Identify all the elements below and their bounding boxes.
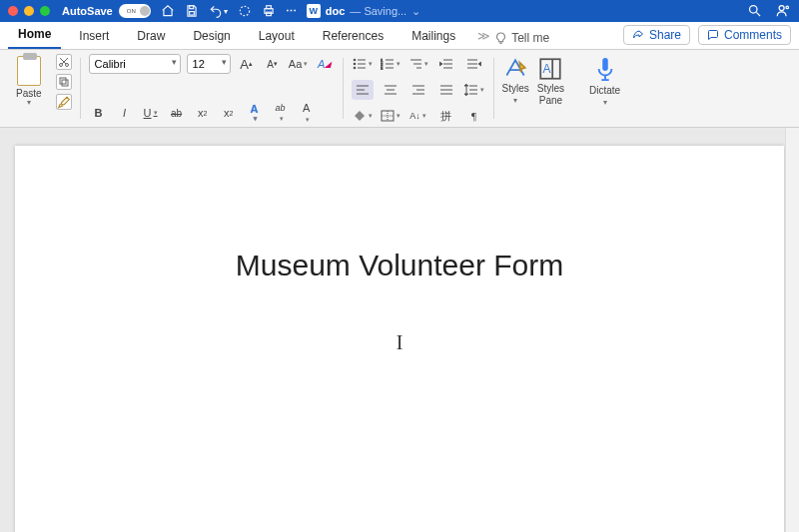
styles-pane-button[interactable]: A Styles Pane	[537, 56, 564, 106]
zoom-window-button[interactable]	[40, 6, 50, 16]
home-icon[interactable]	[161, 4, 175, 18]
borders-button[interactable]	[380, 106, 401, 126]
group-separator	[80, 58, 81, 119]
subscript-button[interactable]: x2	[193, 103, 213, 123]
tell-me-label: Tell me	[511, 31, 549, 45]
tab-references[interactable]: References	[313, 23, 394, 49]
tab-draw[interactable]: Draw	[127, 23, 175, 49]
print-icon[interactable]	[262, 4, 276, 18]
copy-button[interactable]	[56, 74, 72, 90]
titlebar-right	[747, 0, 791, 22]
font-name-wrap	[89, 54, 181, 74]
paste-button[interactable]: Paste ▾	[12, 54, 46, 107]
minimize-window-button[interactable]	[24, 6, 34, 16]
change-case-button[interactable]: Aa	[289, 54, 309, 74]
traffic-lights	[8, 6, 50, 16]
cut-button[interactable]	[56, 54, 72, 70]
clear-formatting-button[interactable]: A◢	[315, 54, 335, 74]
styles-button[interactable]: Styles ▾	[502, 56, 529, 105]
document-area: Museum Volunteer Form I	[0, 128, 799, 532]
highlight-glyph: ab	[276, 103, 286, 113]
decrease-font-glyph: A	[267, 59, 274, 70]
tab-design[interactable]: Design	[183, 23, 240, 49]
line-spacing-button[interactable]	[463, 80, 485, 100]
paste-dropdown-arrow[interactable]: ▾	[27, 101, 31, 105]
justify-button[interactable]	[435, 80, 457, 100]
styles-dropdown-arrow[interactable]: ▾	[513, 96, 517, 105]
saving-status: Saving...	[364, 5, 406, 17]
comments-button[interactable]: Comments	[698, 25, 791, 45]
increase-indent-button[interactable]	[463, 54, 485, 74]
ribbon-tabs-right: Share Comments	[623, 25, 791, 45]
align-right-button[interactable]	[407, 80, 429, 100]
paragraph-group: 123 A↓ 拼 ¶	[346, 54, 491, 123]
align-left-button[interactable]	[352, 80, 374, 100]
search-icon[interactable]	[747, 3, 762, 20]
microphone-icon	[594, 56, 616, 84]
font-group: A▴ A▾ Aa A◢ B I U ab x2 x2 A ab A	[83, 54, 341, 123]
styles-pane-label1: Styles	[537, 84, 564, 94]
dictate-dropdown-arrow[interactable]: ▾	[603, 98, 607, 107]
dictate-label: Dictate	[589, 86, 620, 96]
ribbon: Paste ▾ A	[0, 50, 799, 128]
align-center-button[interactable]	[380, 80, 401, 100]
underline-button[interactable]: U	[141, 103, 161, 123]
ribbon-tabs: Home Insert Draw Design Layout Reference…	[0, 22, 799, 50]
tabs-overflow-icon[interactable]: ≫	[477, 29, 490, 43]
font-size-select[interactable]	[187, 54, 231, 74]
superscript-button[interactable]: x2	[219, 103, 239, 123]
account-icon[interactable]	[776, 3, 791, 20]
svg-point-9	[786, 6, 789, 9]
document-heading[interactable]: Museum Volunteer Form	[15, 249, 784, 282]
save-icon[interactable]	[185, 4, 199, 18]
autosave-toggle-knob	[140, 6, 150, 16]
bold-glyph: B	[95, 107, 103, 119]
font-name-select[interactable]	[89, 54, 181, 74]
font-size-wrap	[187, 54, 231, 74]
tab-layout[interactable]: Layout	[249, 23, 305, 49]
comment-icon	[707, 29, 719, 41]
sort-button[interactable]: A↓	[407, 106, 429, 126]
share-button[interactable]: Share	[623, 25, 690, 45]
italic-button[interactable]: I	[115, 103, 135, 123]
styles-dictate-group: Styles ▾ A Styles Pane Dictate ▾	[496, 54, 627, 123]
format-painter-button[interactable]	[56, 94, 72, 110]
shading-button[interactable]	[352, 106, 374, 126]
text-effects-button[interactable]: A	[245, 103, 265, 123]
increase-font-button[interactable]: A▴	[237, 54, 257, 74]
tab-home[interactable]: Home	[8, 21, 61, 49]
multilevel-list-button[interactable]	[407, 54, 429, 74]
more-qat-icon[interactable]: ⋯	[286, 5, 297, 18]
lightbulb-icon	[494, 32, 507, 45]
close-window-button[interactable]	[8, 6, 18, 16]
font-color-button[interactable]: A	[297, 103, 317, 123]
decrease-font-button[interactable]: A▾	[263, 54, 283, 74]
decrease-indent-button[interactable]	[435, 54, 457, 74]
show-paragraph-marks-button[interactable]: ¶	[463, 106, 485, 126]
document-page[interactable]: Museum Volunteer Form I	[15, 146, 784, 532]
document-title: W doc — Saving... ⌄	[307, 4, 420, 18]
dictate-button[interactable]: Dictate ▾	[589, 56, 620, 107]
tell-me[interactable]: Tell me	[494, 31, 549, 45]
strikethrough-button[interactable]: ab	[167, 103, 187, 123]
title-chevron-icon[interactable]: ⌄	[411, 5, 420, 18]
svg-rect-1	[189, 12, 194, 15]
tab-insert[interactable]: Insert	[69, 23, 119, 49]
undo-dropdown-arrow[interactable]: ▾	[224, 7, 228, 16]
numbering-button[interactable]: 123	[380, 54, 401, 74]
text-effects-glyph: A	[251, 103, 259, 115]
chinese-layout-button[interactable]: 拼	[435, 106, 457, 126]
bullets-button[interactable]	[352, 54, 374, 74]
styles-pane-icon: A	[537, 56, 563, 82]
vertical-scrollbar[interactable]	[785, 128, 799, 532]
bold-button[interactable]: B	[89, 103, 109, 123]
document-name[interactable]: doc	[326, 5, 346, 17]
highlight-color-button[interactable]: ab	[271, 103, 291, 123]
share-arrow-icon	[632, 29, 644, 41]
redo-icon[interactable]	[238, 4, 252, 18]
tab-mailings[interactable]: Mailings	[401, 23, 465, 49]
svg-rect-4	[266, 6, 271, 9]
autosave-toggle[interactable]: ON	[119, 4, 151, 18]
undo-icon[interactable]: ▾	[209, 4, 228, 18]
styles-icon	[502, 56, 528, 82]
